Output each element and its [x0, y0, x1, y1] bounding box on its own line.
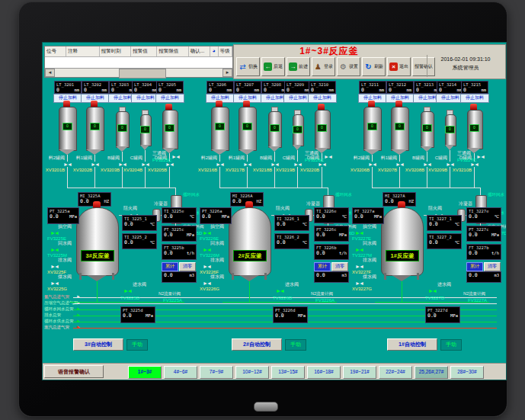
feed-valve-icon[interactable]: ►◄ — [63, 162, 71, 167]
forward-button[interactable]: →前进 — [287, 57, 310, 76]
alarm-column-header[interactable]: 等级 — [219, 46, 232, 56]
three-way-valve-icon[interactable]: ►◄ — [324, 154, 331, 159]
alarm-column-header[interactable]: 确认... — [189, 46, 210, 56]
reactor-group-tab[interactable]: 10#~12# — [235, 366, 269, 379]
feed-valve-icon[interactable]: ►◄ — [141, 162, 149, 167]
tank-level-indicator: 0 — [215, 123, 225, 130]
inlet-valve-icon[interactable]: ►◄ — [276, 288, 283, 293]
reactor-group-tab[interactable]: 19#~21# — [343, 366, 376, 379]
reactor-group-tab[interactable]: 16#~18# — [307, 366, 341, 379]
auto-control-button[interactable]: 1#自动控制 — [387, 338, 437, 351]
alarm-column-header[interactable]: 位号 — [45, 46, 66, 56]
readout-unit: m3 — [189, 272, 194, 278]
tank-cap-icon — [216, 101, 222, 107]
side-valve-icon[interactable]: ►◄ — [203, 247, 210, 252]
exit-icon: × — [389, 63, 398, 71]
reactor-group-tab[interactable]: 13#~15# — [271, 366, 305, 379]
auto-control-button[interactable]: 2#自动控制 — [232, 338, 282, 351]
three-way-valve-icon[interactable]: ►◄ — [171, 154, 179, 159]
back-button[interactable]: ←后退 — [261, 57, 285, 76]
reactor-vessel — [381, 207, 424, 276]
readout-unit: m3 — [341, 272, 347, 278]
scroll-track[interactable] — [55, 69, 222, 77]
side-valve-icon[interactable]: ►◄ — [50, 247, 58, 252]
feed-valve-icon[interactable]: ►◄ — [118, 162, 126, 167]
feed-valve-icon[interactable]: ►◄ — [293, 162, 301, 167]
readout-tag: PT_3227a — [353, 208, 383, 213]
process-readout: FT_3227b0.0t/h — [466, 244, 501, 260]
reactor-group-tab[interactable]: 7#~9# — [200, 366, 233, 379]
feed-valve-icon[interactable]: ►◄ — [243, 162, 251, 167]
alarm-column-header[interactable]: 报警值 — [131, 46, 157, 56]
scroll-left-arrow-icon[interactable]: ◄ — [45, 69, 55, 77]
feed-valve-icon[interactable]: ►◄ — [446, 162, 453, 167]
side-valve-icon[interactable]: ►◄ — [50, 264, 58, 269]
reactor-group-tab[interactable]: 28#~30# — [450, 366, 484, 379]
side-valve-icon[interactable]: ►◄ — [355, 247, 363, 252]
readout-tag: FT_3225b — [162, 245, 196, 250]
side-valve-icon[interactable]: ►◄ — [203, 281, 210, 286]
totalizer-accum-button[interactable]: 累计 — [162, 262, 178, 271]
monitor-power-button[interactable] — [254, 402, 278, 412]
readout-tag: TI_3227_1 — [427, 216, 461, 221]
reactor-cone — [87, 275, 107, 281]
reactor-group-tab[interactable]: 22#~24# — [379, 366, 412, 379]
side-valve-icon[interactable]: ►◄ — [355, 281, 363, 286]
readout-unit: MPa — [450, 313, 458, 319]
reactor-group-tab[interactable]: 25,26#,27# — [415, 366, 448, 379]
feed-valve-icon[interactable]: ►◄ — [395, 162, 403, 167]
alarm-flag-icon: ◕ — [210, 46, 219, 56]
auto-control-button[interactable]: 3#自动控制 — [73, 338, 123, 351]
readout-value: 0 — [111, 87, 114, 93]
tank-level-readout: LT_32090mm — [284, 81, 312, 94]
totalizer-clear-button[interactable]: 消零 — [331, 262, 348, 271]
feed-valve-icon[interactable]: ►◄ — [423, 162, 431, 167]
side-valve-icon[interactable]: ►◄ — [50, 230, 58, 236]
voice-alarm-ack-button[interactable]: 语音报警确认 — [44, 365, 104, 378]
feed-valve-icon[interactable]: ►◄ — [271, 162, 278, 167]
reactor-group-tabs: 1#~3#4#~6#7#~9#10#~12#13#~15#16#~18#19#~… — [128, 366, 484, 379]
side-valve-name: 抽空阀 — [58, 224, 81, 229]
side-valve-icon[interactable]: ►◄ — [50, 281, 58, 286]
feed-valve-icon[interactable]: ►◄ — [91, 162, 98, 167]
totalizer-accum-button[interactable]: 累计 — [466, 262, 483, 271]
readout-value: 0.0 — [164, 250, 173, 256]
inlet-valve-icon[interactable]: ►◄ — [123, 288, 131, 293]
inlet-valve-icon[interactable]: ►◄ — [428, 288, 436, 293]
login-button[interactable]: ♟登录 — [312, 57, 335, 76]
side-valve-icon[interactable]: ►◄ — [203, 230, 210, 236]
side-valve-icon[interactable]: ►◄ — [203, 264, 210, 269]
tank-level-indicator: 0 — [445, 126, 455, 133]
scroll-right-arrow-icon[interactable]: ► — [222, 69, 232, 77]
readout-value: 0.0 — [316, 250, 325, 256]
alarm-column-header[interactable]: 注释 — [66, 46, 100, 56]
readout-value: 0 — [56, 87, 59, 93]
side-valve-icon[interactable]: ►◄ — [355, 230, 363, 236]
readout-value: 0.0 — [202, 213, 211, 220]
three-way-valve-icon[interactable]: ►◄ — [476, 154, 484, 159]
feed-valve-name: 料1罐阀 — [222, 155, 245, 161]
three-way-valve-label: 三通阀 — [457, 151, 471, 156]
readout-value: 0 — [84, 87, 87, 93]
scroll-thumb[interactable] — [119, 69, 166, 79]
process-readout: PT_3225c0.0MPa — [162, 226, 197, 242]
refresh-button[interactable]: ↻刷新 — [362, 57, 386, 76]
alarm-scrollbar[interactable]: ◄ ► — [45, 68, 232, 77]
alarm-column-header[interactable]: 报警限值 — [157, 46, 189, 56]
settings-button[interactable]: ⚙设置 — [337, 57, 360, 76]
totalizer-accum-button[interactable]: 累计 — [314, 262, 331, 271]
feed-valve-icon[interactable]: ►◄ — [216, 162, 223, 167]
reactor-group-tab[interactable]: 4#~6# — [164, 366, 197, 379]
exit-button[interactable]: ×退出 — [387, 57, 411, 76]
reactor-group-tab[interactable]: 1#~3# — [128, 366, 162, 379]
toolbar-buttons: ⇄切换←后退→前进♟登录⚙设置↻刷新×退出报警确认 — [236, 57, 435, 76]
switch-view-button[interactable]: ⇄切换 — [236, 57, 260, 76]
feed-valve-icon[interactable]: ►◄ — [368, 162, 376, 167]
totalizer-clear-button[interactable]: 消零 — [179, 262, 196, 271]
alarm-column-header[interactable]: 报警时刻 — [100, 46, 132, 56]
side-valve-icon[interactable]: ►◄ — [355, 264, 363, 269]
totalizer-clear-button[interactable]: 消零 — [484, 262, 501, 271]
feed-valve-tag: XV3207B — [374, 168, 397, 173]
pipe-line — [169, 167, 170, 188]
readout-tag: PT_3227c — [467, 226, 501, 232]
